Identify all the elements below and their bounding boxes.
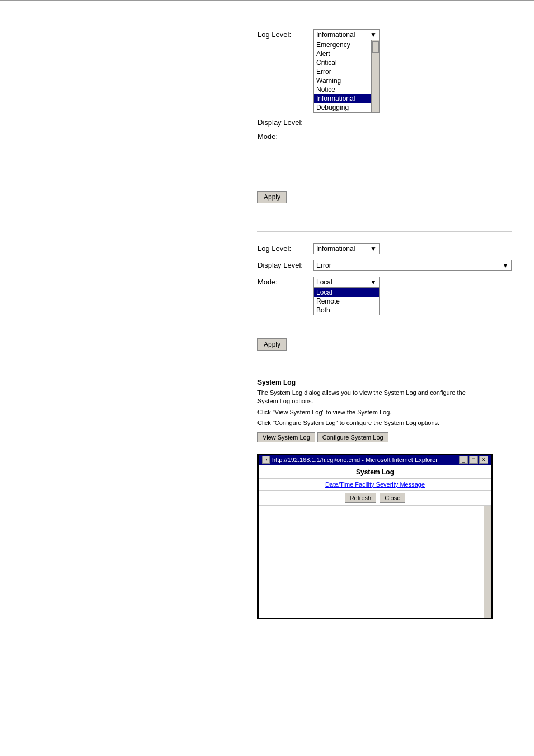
option-error[interactable]: Error <box>314 67 371 76</box>
popup-browser-title: http://192.168.1.1/h.cgi/one.cmd - Micro… <box>272 456 438 463</box>
mode-dropdown-2[interactable]: Local Remote Both <box>313 288 380 315</box>
popup-scrollbar[interactable] <box>484 506 491 618</box>
option-remote[interactable]: Remote <box>314 297 379 306</box>
system-log-desc3: Click "Configure System Log" to configur… <box>257 419 470 427</box>
display-level-value-2: Error <box>316 262 331 269</box>
log-level-label-2: Log Level: <box>257 243 313 253</box>
scrollbar-track-1[interactable] <box>371 40 379 112</box>
maximize-button[interactable]: □ <box>469 456 478 464</box>
popup-window: e http://192.168.1.1/h.cgi/one.cmd - Mic… <box>257 454 493 619</box>
popup-browser-icon: e <box>262 456 270 464</box>
mode-value-2: Local <box>316 278 332 286</box>
mode-selected-2[interactable]: Local ▼ <box>313 277 380 288</box>
mode-select-2[interactable]: Local ▼ Local Remote Both <box>313 277 380 288</box>
option-emergency[interactable]: Emergency <box>314 40 371 49</box>
display-level-arrow-2: ▼ <box>502 262 509 269</box>
close-popup-button[interactable]: Close <box>380 493 405 503</box>
popup-titlebar-left: e http://192.168.1.1/h.cgi/one.cmd - Mic… <box>262 456 438 464</box>
log-level-selected-2[interactable]: Informational ▼ <box>313 243 380 254</box>
system-log-desc1: The System Log dialog allows you to view… <box>257 389 470 406</box>
log-level-control-1[interactable]: Informational ▼ Emergency Alert Critical… <box>313 29 512 113</box>
minimize-button[interactable]: _ <box>459 456 468 464</box>
option-informational[interactable]: Informational <box>314 94 371 103</box>
configure-system-log-button[interactable]: Configure System Log <box>317 432 388 442</box>
display-level-label-1: Display Level: <box>257 117 313 127</box>
log-level-arrow-2: ▼ <box>370 245 377 253</box>
option-debugging[interactable]: Debugging <box>314 103 371 112</box>
apply-button-1[interactable]: Apply <box>257 191 287 203</box>
close-button[interactable]: ✕ <box>479 456 488 464</box>
mode-label-1: Mode: <box>257 131 313 141</box>
system-log-buttons: View System Log Configure System Log <box>257 432 512 442</box>
log-level-label-1: Log Level: <box>257 29 313 39</box>
display-level-control-2[interactable]: Error ▼ <box>313 260 512 271</box>
option-critical[interactable]: Critical <box>314 58 371 67</box>
log-level-select-1[interactable]: Informational ▼ Emergency Alert Critical… <box>313 29 380 113</box>
display-level-label-2: Display Level: <box>257 260 313 269</box>
display-level-selected-2[interactable]: Error ▼ <box>313 260 512 271</box>
popup-titlebar: e http://192.168.1.1/h.cgi/one.cmd - Mic… <box>259 455 491 465</box>
popup-inner-title: System Log <box>259 465 491 479</box>
log-level-select-2[interactable]: Informational ▼ <box>313 243 380 254</box>
popup-action-buttons: Refresh Close <box>259 491 491 506</box>
mode-arrow-2: ▼ <box>370 278 377 286</box>
section-divider <box>257 231 512 232</box>
popup-body <box>259 506 491 618</box>
option-warning[interactable]: Warning <box>314 76 371 85</box>
refresh-button[interactable]: Refresh <box>345 493 377 503</box>
mode-label-2: Mode: <box>257 277 313 286</box>
apply-button-2[interactable]: Apply <box>257 338 287 351</box>
log-level-value-1: Informational <box>316 31 355 39</box>
log-level-control-2[interactable]: Informational ▼ <box>313 243 512 254</box>
log-level-selected-1[interactable]: Informational ▼ <box>313 29 380 40</box>
option-notice[interactable]: Notice <box>314 85 371 94</box>
log-level-dropdown-1[interactable]: Emergency Alert Critical Error Warning N… <box>313 40 380 113</box>
option-alert[interactable]: Alert <box>314 49 371 58</box>
log-level-value-2: Informational <box>316 245 355 253</box>
popup-titlebar-controls: _ □ ✕ <box>459 456 488 464</box>
view-system-log-button[interactable]: View System Log <box>257 432 315 442</box>
mode-control-2[interactable]: Local ▼ Local Remote Both <box>313 277 512 288</box>
system-log-section: System Log The System Log dialog allows … <box>257 379 512 442</box>
scrollbar-thumb-1 <box>372 41 379 53</box>
popup-table-header[interactable]: Date/Time Facility Severity Message <box>259 479 491 491</box>
option-local[interactable]: Local <box>314 288 379 297</box>
log-level-arrow-1: ▼ <box>370 31 377 39</box>
system-log-desc2: Click "View System Log" to view the Syst… <box>257 408 470 417</box>
option-both[interactable]: Both <box>314 306 379 315</box>
system-log-title: System Log <box>257 379 512 386</box>
